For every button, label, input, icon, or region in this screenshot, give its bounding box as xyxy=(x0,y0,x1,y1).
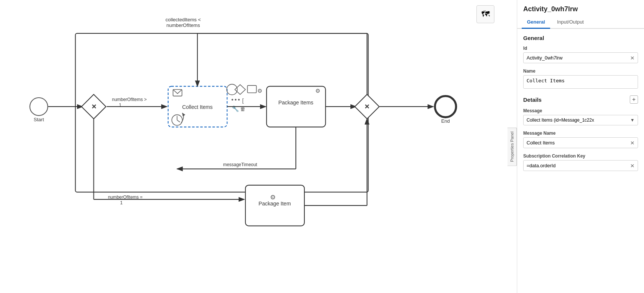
cond2-label: numberOfItems = xyxy=(108,195,143,200)
subscription-key-input-wrap: ✕ xyxy=(523,160,638,171)
diagram-area: 🗺 collectedItems < numberOfItems Start ✕… xyxy=(0,0,517,293)
panel-title: Activity_0wh7lrw xyxy=(517,0,644,16)
end-event[interactable] xyxy=(435,96,456,117)
message-label: Message xyxy=(523,108,638,113)
mini-circle xyxy=(227,84,237,95)
bpmn-diagram: collectedItems < numberOfItems Start ✕ n… xyxy=(0,0,517,293)
start-event[interactable] xyxy=(30,98,48,116)
id-clear-button[interactable]: ✕ xyxy=(627,55,638,61)
start-label: Start xyxy=(34,117,44,122)
panel-tabs: General Input/Output xyxy=(517,16,644,29)
id-label: Id xyxy=(523,46,638,51)
mini-bracket: [ xyxy=(242,97,244,104)
package-items-label: Package Items xyxy=(278,100,313,106)
subscription-key-field-group: Subscription Correlation Key ✕ xyxy=(523,153,638,171)
cond1-label: numberOfItems > xyxy=(112,97,147,102)
timeout-label: messageTimeout xyxy=(223,162,257,167)
mini-diamond xyxy=(235,85,245,94)
id-input[interactable] xyxy=(524,53,627,63)
message-select-wrap: Collect Items (id=Message_1c22x ▼ xyxy=(523,115,638,125)
name-field-group: Name xyxy=(523,68,638,90)
package-item-label: Package Item xyxy=(258,201,291,207)
mini-gear: ⚙ xyxy=(257,88,262,94)
message-select-arrow: ▼ xyxy=(627,117,638,123)
mini-dot2 xyxy=(235,99,236,100)
end-label: End xyxy=(441,118,450,124)
mini-rect xyxy=(248,85,257,93)
message-name-clear-button[interactable]: ✕ xyxy=(627,140,638,146)
message-name-input-wrap: ✕ xyxy=(523,137,638,148)
subscription-key-input[interactable] xyxy=(524,161,627,171)
name-label: Name xyxy=(523,68,638,74)
collect-items-label: Collect Items xyxy=(182,104,213,110)
properties-panel-tab[interactable]: Properties Panel xyxy=(507,127,517,166)
message-field-group: Message Collect Items (id=Message_1c22x … xyxy=(523,108,638,125)
mini-dot3 xyxy=(238,99,240,100)
tab-inputoutput[interactable]: Input/Output xyxy=(552,16,589,29)
loop-label: collectedItems < xyxy=(166,17,201,22)
add-message-button[interactable]: + xyxy=(630,95,638,104)
details-section-title: Details xyxy=(523,97,542,103)
gw1-x: ✕ xyxy=(91,103,96,110)
subscription-key-clear-button[interactable]: ✕ xyxy=(627,163,638,169)
message-select[interactable]: Collect Items (id=Message_1c22x xyxy=(524,115,627,125)
general-section-title: General xyxy=(523,35,638,41)
gw2-x: ✕ xyxy=(364,103,369,110)
mini-wrench: 🔧 xyxy=(232,105,239,112)
mini-dot1 xyxy=(231,99,233,100)
message-name-field-group: Message Name ✕ xyxy=(523,131,638,148)
details-header: Details + xyxy=(523,95,638,104)
right-panel: Activity_0wh7lrw General Input/Output Ge… xyxy=(517,0,644,293)
package-gear-icon: ⚙ xyxy=(315,88,320,94)
package-item-gear: ⚙ xyxy=(270,193,276,201)
loop-label2: numberOfItems xyxy=(166,22,200,28)
subscription-key-label: Subscription Correlation Key xyxy=(523,153,638,159)
message-name-input[interactable] xyxy=(524,138,627,148)
cond2-label2: 1 xyxy=(120,200,123,205)
id-input-wrap: ✕ xyxy=(523,52,638,63)
id-field-group: Id ✕ xyxy=(523,46,638,63)
tab-general[interactable]: General xyxy=(522,16,550,29)
name-textarea[interactable] xyxy=(523,75,638,89)
message-name-label: Message Name xyxy=(523,131,638,136)
panel-body: General Id ✕ Name Details + Message Coll… xyxy=(517,29,644,293)
